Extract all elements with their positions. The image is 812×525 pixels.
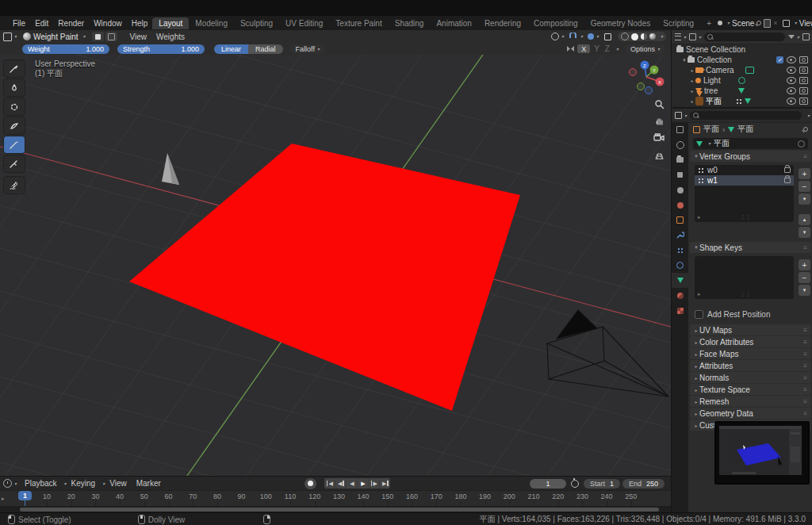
gradient-tool[interactable] xyxy=(3,136,25,154)
camera-object[interactable] xyxy=(547,310,668,397)
playhead[interactable]: 1 xyxy=(18,491,32,500)
start-frame-field[interactable]: Start1 xyxy=(584,479,620,489)
toggle-orthographic-button[interactable] xyxy=(652,148,666,163)
snap-toggle[interactable]: ▾ xyxy=(569,32,583,41)
add-workspace-button[interactable]: + xyxy=(700,17,718,29)
mesh-data-icon[interactable] xyxy=(728,127,734,132)
average-tool[interactable] xyxy=(3,98,25,116)
shading-solid-icon[interactable] xyxy=(631,33,638,40)
pivot-point-selector[interactable]: ▾ xyxy=(551,33,564,40)
scene-selector[interactable]: ▾ Scene × xyxy=(718,19,778,28)
vertex-groups-list[interactable]: w0 w1 ▸⋮⋮ xyxy=(695,165,794,222)
tab-object-data[interactable] xyxy=(672,273,688,288)
timeline-editor-type[interactable]: ▾ xyxy=(3,479,17,488)
collection-checkbox[interactable]: ✓ xyxy=(776,56,783,63)
hide-in-viewport-icon[interactable] xyxy=(787,98,796,105)
workspace-tab-compositing[interactable]: Compositing xyxy=(527,17,584,29)
add-rest-position-checkbox[interactable] xyxy=(695,310,703,319)
disable-in-render-icon[interactable] xyxy=(799,77,808,84)
expand-arrow-icon[interactable]: ▼ xyxy=(681,58,688,63)
shading-material-icon[interactable] xyxy=(641,33,647,40)
outliner-row-plane-active[interactable]: ▸ 平面 xyxy=(672,96,812,106)
tab-view-layer[interactable] xyxy=(672,167,688,182)
object-icon[interactable] xyxy=(693,126,700,133)
menu-playback[interactable]: Playback xyxy=(20,479,62,488)
hide-in-viewport-icon[interactable] xyxy=(787,87,796,94)
viewport-canvas[interactable]: Z Y X User Perspective (1) 平面 xyxy=(0,55,671,476)
expand-arrow-icon[interactable]: ▸ xyxy=(689,78,695,83)
workspace-tab-rendering[interactable]: Rendering xyxy=(478,17,527,29)
fake-user-icon[interactable] xyxy=(798,140,805,148)
hide-in-viewport-icon[interactable] xyxy=(787,67,796,74)
disable-in-render-icon[interactable] xyxy=(799,56,808,63)
outliner-search-input[interactable] xyxy=(704,33,785,41)
mirror-x-toggle[interactable]: X xyxy=(577,44,590,53)
jump-to-end-button[interactable]: ▶ xyxy=(380,478,390,489)
properties-options-icon[interactable]: ▾ xyxy=(807,113,810,118)
lock-open-icon[interactable] xyxy=(784,178,791,183)
panel-vertex-groups-header[interactable]: ▼Vertex Groups≡ xyxy=(690,151,811,162)
expand-arrow-icon[interactable]: ▸ xyxy=(689,98,695,104)
menu-keying[interactable]: Keying xyxy=(67,479,101,488)
next-keyframe-button[interactable]: ▶ xyxy=(369,478,379,489)
panel-remesh[interactable]: ▸Remesh≡ xyxy=(690,396,811,407)
panel-geometry-data[interactable]: ▸Geometry Data≡ xyxy=(690,408,811,419)
mesh-data-icon[interactable] xyxy=(745,98,751,104)
paint-mask-face-button[interactable] xyxy=(92,32,104,41)
falloff-dropdown[interactable]: Falloff▾ xyxy=(291,44,324,54)
menu-viewport-view[interactable]: View xyxy=(125,33,152,41)
filter-button[interactable]: ▾ xyxy=(788,35,799,40)
tab-world[interactable] xyxy=(672,197,688,213)
editor-type-selector[interactable]: ▾ xyxy=(3,33,17,41)
tab-scene[interactable] xyxy=(672,182,688,197)
strength-slider[interactable]: Strength 1.000 xyxy=(117,44,205,54)
options-dropdown[interactable]: Options▾ xyxy=(626,44,665,54)
workspace-tab-shading[interactable]: Shading xyxy=(389,17,431,29)
tab-particles[interactable] xyxy=(672,243,688,258)
light-data-icon[interactable] xyxy=(738,77,745,84)
workspace-tab-layout[interactable]: Layout xyxy=(152,17,189,29)
tab-modifiers[interactable] xyxy=(672,228,688,243)
navigation-gizmo[interactable]: Z Y X xyxy=(630,61,665,94)
workspace-tab-modeling[interactable]: Modeling xyxy=(189,17,234,29)
panel-texture-space[interactable]: ▸Texture Space≡ xyxy=(690,384,811,395)
current-frame-field[interactable]: 1 xyxy=(530,479,566,489)
add-vertex-group-button[interactable]: + xyxy=(799,168,810,179)
tab-render[interactable] xyxy=(672,137,688,152)
remove-vertex-group-button[interactable]: − xyxy=(799,181,810,192)
workspace-tab-animation[interactable]: Animation xyxy=(430,17,477,29)
panel-shape-keys-header[interactable]: ▼Shape Keys≡ xyxy=(690,242,811,253)
previous-keyframe-button[interactable]: ◀ xyxy=(335,478,346,489)
mirror-y-toggle[interactable]: Y xyxy=(592,44,601,53)
new-collection-button[interactable] xyxy=(802,33,810,40)
paint-mask-vertex-button[interactable] xyxy=(105,32,117,41)
pin-icon[interactable] xyxy=(803,127,808,132)
tab-material[interactable] xyxy=(672,288,688,303)
properties-search-input[interactable] xyxy=(690,111,802,120)
annotate-tool[interactable] xyxy=(3,176,25,194)
hide-in-viewport-icon[interactable] xyxy=(787,56,796,63)
end-frame-field[interactable]: End250 xyxy=(622,479,665,489)
menu-weights[interactable]: Weights xyxy=(151,33,190,41)
camera-data-icon[interactable] xyxy=(745,67,754,74)
outliner-row-tree[interactable]: ▸ tree xyxy=(672,86,812,96)
new-scene-icon[interactable] xyxy=(764,19,771,28)
move-group-up-button[interactable]: ▴ xyxy=(799,214,810,225)
sample-weight-tool[interactable] xyxy=(3,155,25,173)
vertex-group-row-selected[interactable]: w1 xyxy=(695,175,794,186)
menu-edit[interactable]: Edit xyxy=(30,19,53,28)
lock-open-icon[interactable] xyxy=(784,167,791,173)
disable-in-render-icon[interactable] xyxy=(799,67,808,74)
gizmo-negative-z[interactable] xyxy=(645,87,653,94)
outliner-row-light[interactable]: ▸ Light xyxy=(672,75,812,86)
tab-object[interactable] xyxy=(672,213,688,228)
breadcrumb-object[interactable]: 平面 xyxy=(703,124,719,135)
falloff-linear-button[interactable]: Linear xyxy=(214,44,248,54)
menu-render[interactable]: Render xyxy=(53,19,89,28)
zoom-view-button[interactable] xyxy=(652,97,666,111)
tab-tool[interactable] xyxy=(672,122,688,137)
disable-in-render-icon[interactable] xyxy=(799,98,808,105)
play-button[interactable]: ▶ xyxy=(358,478,368,489)
gizmo-negative-y[interactable] xyxy=(638,83,645,90)
weight-slider[interactable]: Weight 1.000 xyxy=(22,44,109,54)
